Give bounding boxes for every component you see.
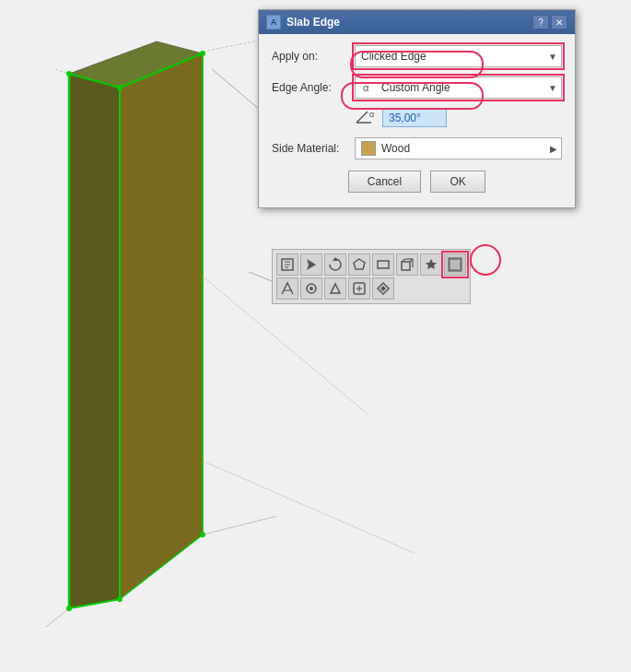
dialog-app-icon: A (266, 15, 281, 29)
toolbar-panel (272, 249, 471, 304)
dialog-title: Slab Edge (286, 16, 340, 29)
svg-line-23 (203, 461, 415, 553)
toolbar-btn-rect[interactable] (372, 253, 394, 276)
dialog-title-buttons: ? ✕ (532, 15, 567, 29)
svg-text:α: α (369, 110, 374, 119)
svg-point-13 (66, 606, 72, 611)
material-swatch (361, 141, 376, 156)
svg-point-15 (200, 532, 205, 537)
angle-diagram-icon: α (355, 108, 377, 128)
dialog-buttons: Cancel OK (272, 171, 562, 196)
apply-on-control: Clicked Edge ▼ (355, 45, 562, 67)
toolbar-btn-slab-edge[interactable] (444, 253, 466, 276)
ok-button[interactable]: OK (430, 171, 485, 193)
side-material-control: Wood ▶ (355, 137, 562, 159)
toolbar-btn-r5[interactable] (372, 277, 394, 300)
edge-angle-row: Edge Angle: α Custom Angle ▼ (272, 77, 562, 99)
toolbar-btn-polygon[interactable] (348, 253, 370, 276)
slab-edge-dialog: A Slab Edge ? ✕ Apply on: Clicked Edge ▼ (258, 9, 576, 208)
svg-point-44 (310, 287, 313, 290)
apply-on-row: Apply on: Clicked Edge ▼ (272, 45, 562, 67)
svg-marker-0 (69, 74, 120, 608)
svg-point-12 (200, 51, 205, 56)
svg-point-10 (66, 71, 72, 77)
toolbar-btn-r3[interactable] (324, 277, 346, 300)
svg-line-4 (69, 74, 120, 88)
toolbar-btn-special[interactable] (420, 253, 442, 276)
toolbar-row-1 (276, 253, 466, 276)
svg-line-21 (249, 272, 272, 281)
svg-marker-2 (69, 41, 203, 88)
toolbar-btn-box[interactable] (396, 253, 418, 276)
side-material-label: Side Material: (272, 142, 355, 155)
svg-line-18 (46, 608, 69, 627)
close-button[interactable]: ✕ (551, 15, 567, 29)
material-value: Wood (381, 142, 410, 155)
toolbar-btn-rotate[interactable] (324, 253, 346, 276)
highlight-toolbar-btn (470, 244, 501, 276)
edge-angle-control: α Custom Angle ▼ (355, 77, 562, 99)
edge-angle-value: Custom Angle (381, 81, 450, 94)
angle-value-row: α (272, 108, 562, 128)
angle-input-field[interactable] (382, 109, 447, 127)
edge-angle-dropdown[interactable]: α Custom Angle ▼ (355, 77, 562, 99)
cancel-button[interactable]: Cancel (348, 171, 421, 193)
svg-marker-32 (307, 259, 316, 270)
svg-line-45 (331, 284, 335, 293)
apply-on-value: Clicked Edge (361, 50, 427, 63)
svg-marker-1 (120, 53, 203, 599)
side-material-dropdown[interactable]: Wood ▶ (355, 137, 562, 159)
svg-marker-50 (380, 286, 386, 291)
angle-icon: α (361, 79, 378, 96)
svg-marker-34 (354, 259, 365, 269)
svg-point-11 (117, 85, 123, 90)
edge-angle-label: Edge Angle: (272, 81, 355, 94)
side-material-row: Side Material: Wood ▶ (272, 137, 562, 159)
svg-rect-36 (402, 262, 410, 270)
dialog-body: Apply on: Clicked Edge ▼ Edge Angle: α (259, 34, 575, 207)
svg-line-26 (356, 112, 368, 123)
svg-line-19 (203, 516, 276, 535)
toolbar-btn-select[interactable] (276, 253, 298, 276)
svg-line-5 (120, 53, 203, 88)
toolbar-btn-r1[interactable] (276, 277, 298, 300)
toolbar-btn-r2[interactable] (300, 277, 322, 300)
svg-text:α: α (363, 82, 369, 93)
apply-on-label: Apply on: (272, 50, 355, 63)
svg-rect-35 (378, 261, 389, 268)
svg-line-8 (69, 599, 120, 608)
apply-on-arrow: ▼ (548, 52, 557, 62)
toolbar-row-2 (276, 277, 466, 300)
apply-on-dropdown[interactable]: Clicked Edge ▼ (355, 45, 562, 67)
canvas-area: A Slab Edge ? ✕ Apply on: Clicked Edge ▼ (0, 0, 631, 672)
svg-rect-42 (450, 260, 460, 269)
material-arrow: ▶ (550, 144, 557, 154)
edge-angle-arrow: ▼ (548, 83, 557, 93)
help-button[interactable]: ? (532, 15, 549, 29)
dialog-titlebar: A Slab Edge ? ✕ (259, 10, 575, 34)
dialog-title-left: A Slab Edge (266, 15, 340, 29)
svg-line-16 (55, 69, 69, 74)
toolbar-btn-arrow[interactable] (300, 253, 322, 276)
svg-point-14 (117, 596, 123, 602)
toolbar-btn-r4[interactable] (348, 277, 370, 300)
svg-line-9 (120, 535, 203, 599)
